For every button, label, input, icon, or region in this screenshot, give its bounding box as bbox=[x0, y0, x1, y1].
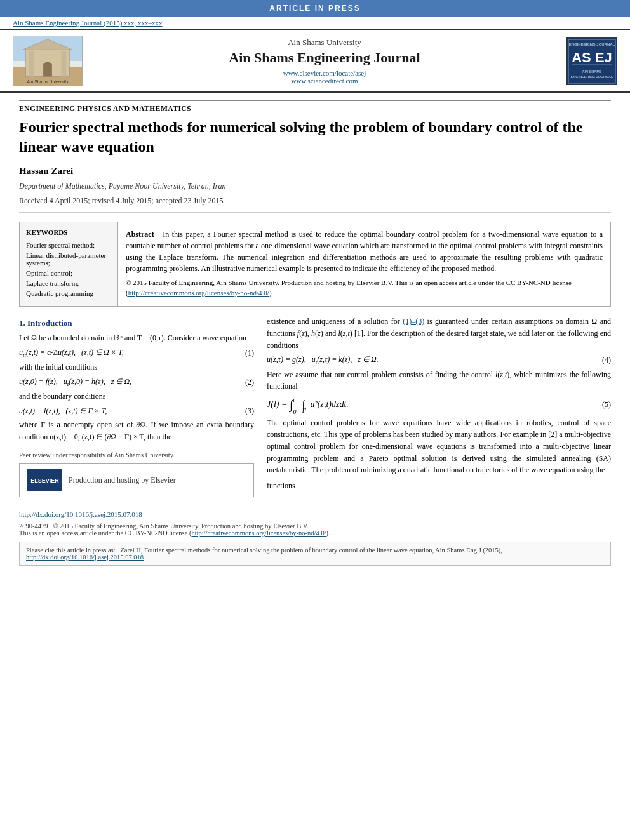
equation-5: J(l) = ∫0τ ∫Γ u²(z,t)dzdt. (5) bbox=[267, 397, 611, 412]
elsevier-box: ELSEVIER Production and hosting by Elsev… bbox=[19, 463, 254, 497]
eq1-num: (1) bbox=[235, 349, 254, 358]
cite-label: Please cite this article in press as: bbox=[26, 547, 116, 554]
abstract-copyright: © 2015 Faculty of Engineering, Ain Shams… bbox=[126, 278, 603, 298]
journal-urls: www.elsevier.com/locate/asej www.science… bbox=[89, 69, 560, 84]
cite-doi-link[interactable]: http://dx.doi.org/10.1016/j.asej.2015.07… bbox=[26, 554, 144, 561]
abstract-label: Abstract bbox=[126, 230, 154, 239]
eq1-lhs: utt(z,t) = α²Δu(z,t), (z,t) ∈ Ω × T, bbox=[19, 348, 235, 358]
journal-center-info: Ain Shams University Ain Shams Engineeri… bbox=[89, 37, 560, 84]
issn-text: 2090-4479 bbox=[19, 523, 48, 530]
footer-doi: http://dx.doi.org/10.1016/j.asej.2015.07… bbox=[0, 505, 630, 521]
equation-4: u(z,τ) = g(z), ut(z,τ) = k(z), z ∈ Ω. (4… bbox=[267, 355, 611, 365]
keyword-4: Laplace transform; bbox=[26, 279, 111, 287]
footer-copyright: 2090-4479 © 2015 Faculty of Engineering,… bbox=[0, 521, 630, 538]
footer-license-text: This is an open access article under the… bbox=[19, 530, 330, 537]
elsevier-url[interactable]: www.elsevier.com/locate/asej bbox=[89, 69, 560, 77]
university-name: Ain Shams University bbox=[89, 37, 560, 48]
sciencedirect-url[interactable]: www.sciencedirect.com bbox=[89, 77, 560, 84]
two-column-layout: 1. Introduction Let Ω be a bounded domai… bbox=[19, 316, 611, 497]
intro-para-1: Let Ω be a bounded domain in ℝⁿ and T = … bbox=[19, 332, 254, 344]
equation-2: u(z,0) = f(z), ut(z,0) = h(z), z ∈ Ω, (2… bbox=[19, 377, 254, 387]
eq4-num: (4) bbox=[592, 356, 611, 365]
keyword-1: Fourier spectral method; bbox=[26, 241, 111, 249]
svg-text:Ain Shams University: Ain Shams University bbox=[27, 79, 69, 84]
main-content: ENGINEERING PHYSICS AND MATHEMATICS Four… bbox=[0, 93, 630, 505]
elsevier-logo: ELSEVIER bbox=[27, 469, 62, 491]
journal-ref-link[interactable]: Ain Shams Engineering Journal (2015) xxx… bbox=[0, 17, 630, 29]
article-in-press-banner: ARTICLE IN PRESS bbox=[0, 0, 630, 17]
elsevier-production-text: Production and hosting by Elsevier bbox=[69, 476, 176, 485]
keyword-5: Quadratic programming bbox=[26, 290, 111, 297]
svg-text:ENGINEERING JOURNAL: ENGINEERING JOURNAL bbox=[571, 75, 613, 79]
keyword-2: Linear distributed-parameter systems; bbox=[26, 251, 111, 267]
equation-3: u(z,t) = l(z,t), (z,t) ∈ Γ × T, (3) bbox=[19, 406, 254, 416]
abstract-text: Abstract In this paper, a Fourier spectr… bbox=[126, 229, 603, 274]
footer-copyright-text: © 2015 Faculty of Engineering, Ain Shams… bbox=[53, 523, 308, 530]
asej-logo: ENGINEERING JOURNAL AS EJ AIN SHAMS ENGI… bbox=[566, 37, 617, 85]
article-title: Fourier spectral methods for numerical s… bbox=[19, 117, 611, 157]
footer-license-link[interactable]: http://creativecommons.org/licenses/by-n… bbox=[191, 530, 326, 537]
boundary-conditions-label: and the boundary conditions bbox=[19, 390, 254, 403]
keywords-box: KEYWORDS Fourier spectral method; Linear… bbox=[20, 222, 118, 306]
copyright-text: © 2015 Faculty of Engineering, Ain Shams… bbox=[126, 279, 572, 296]
journal-title: Ain Shams Engineering Journal bbox=[89, 50, 560, 66]
section-category: ENGINEERING PHYSICS AND MATHEMATICS bbox=[19, 100, 611, 112]
svg-rect-5 bbox=[62, 51, 67, 76]
eq3-lhs: u(z,t) = l(z,t), (z,t) ∈ Γ × T, bbox=[19, 406, 235, 416]
doi-link[interactable]: http://dx.doi.org/10.1016/j.asej.2015.07… bbox=[19, 510, 142, 518]
abstract-body: In this paper, a Fourier spectral method… bbox=[126, 230, 603, 273]
eq5-lhs: J(l) = ∫0τ ∫Γ u²(z,t)dzdt. bbox=[267, 397, 592, 412]
right-para-2: Here we assume that our control problem … bbox=[267, 369, 611, 392]
eq3-num: (3) bbox=[235, 406, 254, 416]
svg-text:AIN SHAMS: AIN SHAMS bbox=[582, 70, 602, 74]
eq2-lhs: u(z,0) = f(z), ut(z,0) = h(z), z ∈ Ω, bbox=[19, 377, 235, 387]
keyword-3: Optimal control; bbox=[26, 269, 111, 277]
peer-review-note: Peer review under responsibility of Ain … bbox=[19, 448, 254, 458]
footer-cite-box: Please cite this article in press as: Za… bbox=[19, 542, 611, 566]
right-column: existence and uniqueness of a solution f… bbox=[267, 316, 611, 497]
eq4-lhs: u(z,τ) = g(z), ut(z,τ) = k(z), z ∈ Ω. bbox=[267, 355, 592, 365]
right-para-functions-word: functions bbox=[267, 481, 295, 490]
introduction-heading: 1. Introduction bbox=[19, 318, 254, 328]
intro-para-2: where Γ is a nonempty open set of ∂Ω. If… bbox=[19, 419, 254, 443]
license-link[interactable]: http://creativecommons.org/licenses/by-n… bbox=[128, 289, 269, 297]
received-dates: Received 4 April 2015; revised 4 July 20… bbox=[19, 196, 611, 213]
author-name: Hassan Zarei bbox=[19, 166, 611, 177]
svg-text:AS EJ: AS EJ bbox=[572, 50, 612, 65]
cite-text: Zarei H, Fourier spectral methods for nu… bbox=[120, 547, 502, 554]
right-para-1: existence and uniqueness of a solution f… bbox=[267, 316, 611, 351]
right-para-3: The optimal control problems for wave eq… bbox=[267, 417, 611, 476]
equation-1: utt(z,t) = α²Δu(z,t), (z,t) ∈ Ω × T, (1) bbox=[19, 348, 254, 358]
initial-conditions-label: with the initial conditions bbox=[19, 361, 254, 373]
keywords-title: KEYWORDS bbox=[26, 229, 111, 236]
university-logo-left: Ain Shams University bbox=[13, 36, 83, 86]
svg-text:ENGINEERING JOURNAL: ENGINEERING JOURNAL bbox=[569, 43, 615, 46]
eq2-num: (2) bbox=[235, 378, 254, 387]
abstract-box: Abstract In this paper, a Fourier spectr… bbox=[118, 222, 610, 306]
left-column: 1. Introduction Let Ω be a bounded domai… bbox=[19, 316, 254, 497]
svg-rect-4 bbox=[29, 51, 34, 76]
journal-header: Ain Shams University Ain Shams Universit… bbox=[0, 29, 630, 93]
ref-1-3-link[interactable]: (1)–(3) bbox=[403, 317, 424, 326]
eq5-num: (5) bbox=[592, 400, 611, 410]
author-affiliation: Department of Mathematics, Payame Noor U… bbox=[19, 182, 611, 191]
abstract-keywords-section: KEYWORDS Fourier spectral method; Linear… bbox=[19, 222, 611, 307]
